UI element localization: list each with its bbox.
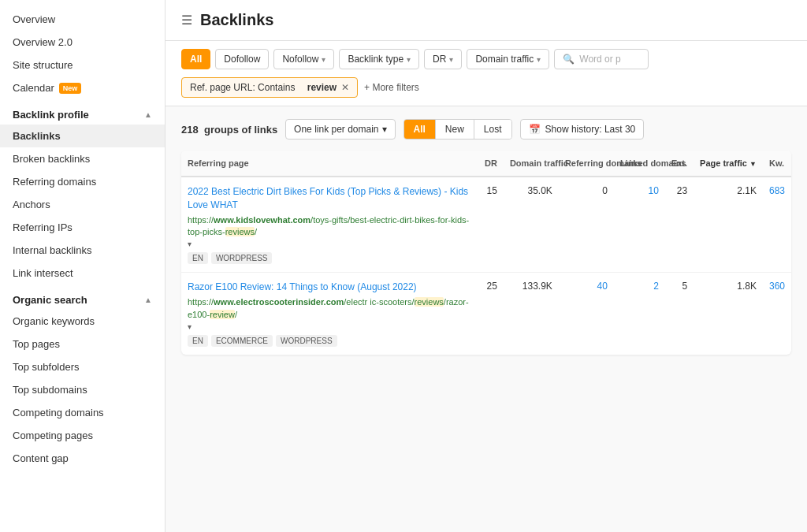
table-row: 2022 Best Electric Dirt Bikes For Kids (… <box>181 177 791 273</box>
domain-traffic-dropdown-icon: ▾ <box>537 55 541 64</box>
backlink-type-dropdown-icon: ▾ <box>407 55 411 64</box>
sidebar-section-header: Organic search▲ <box>0 285 165 310</box>
groups-label: 218 groups of links <box>181 124 277 136</box>
sidebar-item-referring-ips[interactable]: Referring IPs <box>0 216 165 239</box>
col-header-kw: Kw. <box>763 151 791 177</box>
link-type-tabs: All New Lost <box>404 119 512 140</box>
tags-row: EN ECOMMERCE WORDPRESS <box>188 335 472 347</box>
row-dropdown-icon[interactable]: ▾ <box>188 322 192 331</box>
search-icon: 🔍 <box>563 54 575 65</box>
page-title: Backlinks <box>200 11 273 29</box>
sidebar-item-link-intersect[interactable]: Link intersect <box>0 262 165 285</box>
sidebar-item-content-gap[interactable]: Content gap <box>0 447 165 470</box>
page-traffic-value: 2.1K <box>694 177 763 273</box>
sidebar-item-top-subfolders[interactable]: Top subfolders <box>0 355 165 378</box>
tag-en: EN <box>188 252 208 264</box>
tab-lost[interactable]: Lost <box>474 120 511 139</box>
ext-value: 5 <box>665 273 694 355</box>
row-dropdown-icon[interactable]: ▾ <box>188 240 192 248</box>
kw-value[interactable]: 683 <box>763 177 791 273</box>
referring-page-cell: Razor E100 Review: 14 Things to Know (Au… <box>181 273 478 355</box>
new-badge: New <box>59 83 82 94</box>
nofollow-dropdown-icon: ▾ <box>322 55 325 64</box>
sidebar-item-anchors[interactable]: Anchors <box>0 193 165 216</box>
backlinks-table: Referring page DR Domain traffic Referri… <box>181 151 791 355</box>
filter-all-button[interactable]: All <box>181 49 210 69</box>
domain-traffic-value: 35.0K <box>504 177 559 273</box>
col-header-dr: DR <box>478 151 504 177</box>
sidebar-item-competing-domains[interactable]: Competing domains <box>0 401 165 424</box>
dr-dropdown-icon: ▾ <box>449 55 453 64</box>
filter-dr-button[interactable]: DR ▾ <box>424 49 462 69</box>
col-header-page-traffic: Page traffic ▼ <box>694 151 763 177</box>
sidebar-section-header: Backlink profile▲ <box>0 99 165 125</box>
sidebar-item-calendar[interactable]: CalendarNew <box>0 76 165 99</box>
page-traffic-value: 1.8K <box>694 273 763 355</box>
col-header-domain-traffic: Domain traffic <box>504 151 559 177</box>
dr-value: 15 <box>478 177 504 273</box>
tags-row: EN WORDPRESS <box>188 252 472 264</box>
filter-dofollow-button[interactable]: Dofollow <box>215 49 269 69</box>
sidebar: OverviewOverview 2.0Site structureCalend… <box>0 0 165 532</box>
linked-domains-value[interactable]: 10 <box>614 177 665 273</box>
tag-ecommerce: ECOMMERCE <box>211 335 273 347</box>
tag-wordpress: WORDPRESS <box>211 252 273 264</box>
filter-backlink-type-button[interactable]: Backlink type ▾ <box>339 49 419 69</box>
filter-bar: All Dofollow Nofollow ▾ Backlink type ▾ … <box>165 41 807 106</box>
sidebar-item-internal-backlinks[interactable]: Internal backlinks <box>0 239 165 262</box>
ext-value: 23 <box>665 177 694 273</box>
col-header-linked-domains: Linked domains <box>614 151 665 177</box>
kw-value[interactable]: 360 <box>763 273 791 355</box>
linked-domains-value[interactable]: 2 <box>614 273 665 355</box>
sidebar-item-backlinks[interactable]: Backlinks <box>0 125 165 147</box>
per-domain-dropdown[interactable]: One link per domain ▾ <box>285 119 395 140</box>
table-area: 218 groups of links One link per domain … <box>165 106 807 367</box>
referring-page-cell: 2022 Best Electric Dirt Bikes For Kids (… <box>181 177 478 273</box>
sidebar-item-overview[interactable]: Overview <box>0 8 165 31</box>
table-row: Razor E100 Review: 14 Things to Know (Au… <box>181 273 791 355</box>
tag-wordpress: WORDPRESS <box>276 335 337 347</box>
sidebar-item-top-pages[interactable]: Top pages <box>0 333 165 355</box>
active-filter-label: Ref. page URL: Contains <box>190 82 295 93</box>
col-header-referring-domains: Referring domains <box>559 151 614 177</box>
sidebar-item-site-structure[interactable]: Site structure <box>0 54 165 76</box>
page-title-link[interactable]: Razor E100 Review: 14 Things to Know (Au… <box>188 281 472 294</box>
calendar-icon: 📅 <box>529 124 541 135</box>
table-controls: 218 groups of links One link per domain … <box>181 119 791 140</box>
sidebar-item-referring-domains[interactable]: Referring domains <box>0 170 165 193</box>
url-domain[interactable]: www.electroscooterinsider.com <box>214 297 344 307</box>
filter-domain-traffic-button[interactable]: Domain traffic ▾ <box>467 49 549 69</box>
sidebar-item-competing-pages[interactable]: Competing pages <box>0 424 165 447</box>
main-header: ☰ Backlinks <box>165 0 807 41</box>
show-history-button[interactable]: 📅 Show history: Last 30 <box>520 119 645 140</box>
page-url: https://www.electroscooterinsider.com/el… <box>188 296 472 321</box>
url-domain[interactable]: www.kidslovewhat.com <box>214 215 311 225</box>
active-filter-value: review <box>307 82 337 93</box>
domain-traffic-value: 133.9K <box>504 273 559 355</box>
sidebar-item-top-subdomains[interactable]: Top subdomains <box>0 378 165 401</box>
page-url: https://www.kidslovewhat.com/toys-gifts/… <box>188 214 472 239</box>
remove-filter-button[interactable]: ✕ <box>341 82 349 93</box>
active-filter-tag: Ref. page URL: Contains review ✕ <box>181 77 358 98</box>
hamburger-icon[interactable]: ☰ <box>181 13 192 28</box>
col-header-referring-page: Referring page <box>181 151 478 177</box>
referring-domains-value: 0 <box>559 177 614 273</box>
more-filters-button[interactable]: + More filters <box>364 82 419 93</box>
tab-all[interactable]: All <box>404 120 436 139</box>
search-box[interactable]: 🔍 Word or p <box>554 49 649 69</box>
tag-en: EN <box>188 335 208 347</box>
page-title-link[interactable]: 2022 Best Electric Dirt Bikes For Kids (… <box>188 185 472 212</box>
main-content: ☰ Backlinks All Dofollow Nofollow ▾ Back… <box>165 0 807 532</box>
sidebar-item-organic-keywords[interactable]: Organic keywords <box>0 310 165 333</box>
filter-nofollow-button[interactable]: Nofollow ▾ <box>273 49 334 69</box>
dropdown-chevron-icon: ▾ <box>382 124 387 135</box>
sidebar-item-broken-backlinks[interactable]: Broken backlinks <box>0 147 165 170</box>
referring-domains-value[interactable]: 40 <box>559 273 614 355</box>
tab-new[interactable]: New <box>436 120 474 139</box>
sidebar-item-overview-2.0[interactable]: Overview 2.0 <box>0 31 165 54</box>
dr-value: 25 <box>478 273 504 355</box>
